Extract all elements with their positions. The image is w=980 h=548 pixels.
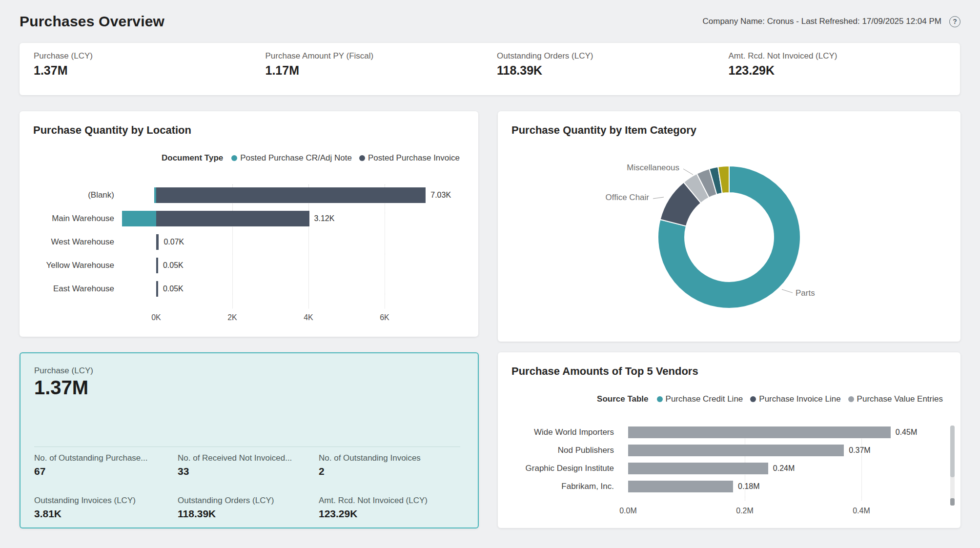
bar-value-label: 3.12K (314, 214, 335, 223)
company-refresh-info: Company Name: Cronus - Last Refreshed: 1… (703, 17, 942, 26)
bar-east-warehouse-posted-purchase-invoice[interactable] (156, 281, 158, 297)
scrollbar-thumb[interactable] (950, 426, 955, 477)
vendors-chart-card[interactable]: Purchase Amounts of Top 5 Vendors Source… (498, 352, 960, 528)
legend-dot-icon (657, 396, 663, 402)
summary-metrics: No. of Outstanding Purchase... 67 No. of… (34, 453, 466, 520)
metric-label: No. of Received Not Invoiced... (178, 453, 319, 463)
legend-dot-icon (848, 396, 854, 402)
bar-graphic-design-institute[interactable] (628, 463, 768, 474)
bar-value-label: 7.03K (430, 190, 451, 200)
bar-value-label: 0.07K (163, 237, 184, 247)
metric-outstanding-invoices-count: No. of Outstanding Invoices 2 (319, 453, 466, 477)
bar-fabrikam-inc[interactable] (628, 481, 733, 492)
gridline (232, 184, 233, 308)
category-label-fabrikam-inc: Fabrikam, Inc. (498, 481, 614, 492)
legend-item-purchase-credit-line[interactable]: Purchase Credit Line (657, 394, 743, 404)
chart-title: Purchase Amounts of Top 5 Vendors (511, 365, 698, 378)
bar-main-warehouse-posted-purchase-cr-adj-note[interactable] (122, 211, 156, 226)
location-legend: Document Type Posted Purchase CR/Adj Not… (162, 153, 460, 163)
x-axis-tick-label: 0.2M (731, 507, 758, 515)
category-label-west-warehouse: West Warehouse (20, 237, 114, 247)
legend-item-purchase-invoice-line[interactable]: Purchase Invoice Line (750, 394, 840, 404)
bar-yellow-warehouse-posted-purchase-invoice[interactable] (156, 258, 158, 273)
legend-item-posted-purchase-cr-adj-note[interactable]: Posted Purchase CR/Adj Note (231, 153, 352, 163)
kpi-value: 1.37M (34, 63, 265, 78)
category-donut (498, 111, 960, 342)
kpi-purchase-amount-py[interactable]: Purchase Amount PY (Fiscal) 1.17M (265, 51, 497, 95)
bar-value-label: 0.05K (163, 261, 184, 270)
kpi-value: 123.29K (729, 63, 960, 78)
bar-west-warehouse-posted-purchase-invoice[interactable] (156, 234, 159, 250)
metric-value: 2 (319, 466, 466, 477)
metric-value: 118.39K (178, 508, 319, 520)
x-axis-tick-label: 0.0M (614, 507, 642, 515)
legend-dot-icon (750, 396, 756, 402)
x-axis-tick-label: 0K (143, 313, 170, 322)
gridline (308, 184, 309, 308)
kpi-amt-rcd-not-invoiced[interactable]: Amt. Rcd. Not Invoiced (LCY) 123.29K (729, 51, 960, 95)
location-chart-card[interactable]: Purchase Quantity by Location Document T… (20, 111, 478, 337)
bar-value-label: 0.37M (849, 446, 870, 455)
bar-main-warehouse-posted-purchase-invoice[interactable] (156, 211, 309, 226)
bar-value-label: 0.05K (163, 284, 184, 294)
legend-item-label: Purchase Value Entries (857, 394, 943, 404)
metric-amt-rcd-not-invoiced-lcy: Amt. Rcd. Not Invoiced (LCY) 123.29K (319, 496, 466, 520)
donut-label-office-chair: Office Chair (586, 193, 649, 203)
bar-value-label: 0.24M (773, 464, 795, 473)
metric-value: 3.81K (34, 508, 178, 520)
legend-dot-icon (231, 155, 237, 161)
page-title: Purchases Overview (20, 13, 164, 30)
metric-outstanding-purchase-orders: No. of Outstanding Purchase... 67 (34, 453, 178, 477)
kpi-label: Outstanding Orders (LCY) (497, 51, 729, 61)
help-icon[interactable]: ? (949, 16, 960, 27)
category-label-nod-publishers: Nod Publishers (498, 445, 614, 456)
kpi-value: 1.17M (265, 63, 497, 78)
header-right: Company Name: Cronus - Last Refreshed: 1… (703, 16, 961, 27)
metric-value: 33 (178, 466, 319, 477)
legend-title: Source Table (597, 394, 649, 404)
vendors-scrollbar[interactable] (950, 426, 955, 506)
bar-wide-world-importers[interactable] (628, 426, 891, 438)
donut-label-parts: Parts (796, 288, 854, 298)
legend-item-label: Posted Purchase CR/Adj Note (240, 153, 352, 163)
legend-title: Document Type (162, 153, 223, 163)
metric-outstanding-invoices-lcy: Outstanding Invoices (LCY) 3.81K (34, 496, 178, 520)
category-label-wide-world-importers: Wide World Importers (498, 427, 614, 438)
category-donut-card[interactable]: Purchase Quantity by Item Category Misce… (498, 111, 960, 342)
metric-label: Amt. Rcd. Not Invoiced (LCY) (319, 496, 466, 506)
metric-label: Outstanding Invoices (LCY) (34, 496, 178, 506)
bar-blank-posted-purchase-invoice[interactable] (156, 187, 426, 203)
kpi-strip: Purchase (LCY) 1.37M Purchase Amount PY … (20, 43, 960, 95)
kpi-label: Purchase (LCY) (34, 51, 265, 61)
donut-callout-line (653, 197, 664, 199)
bar-value-label: 0.18M (738, 482, 759, 491)
kpi-outstanding-orders[interactable]: Outstanding Orders (LCY) 118.39K (497, 51, 729, 95)
kpi-purchase-lcy[interactable]: Purchase (LCY) 1.37M (34, 51, 265, 95)
donut-callout-line (683, 169, 693, 175)
x-axis-tick-label: 0.4M (848, 507, 875, 515)
summary-card-label: Purchase (LCY) (34, 366, 93, 376)
legend-item-purchase-value-entries[interactable]: Purchase Value Entries (848, 394, 943, 404)
report-header: Purchases Overview Company Name: Cronus … (20, 8, 960, 35)
x-axis-tick-label: 2K (219, 313, 246, 322)
bar-value-label: 0.45M (896, 427, 917, 437)
metric-label: No. of Outstanding Invoices (319, 453, 466, 463)
category-label-graphic-design-institute: Graphic Design Institute (498, 463, 614, 474)
category-label-east-warehouse: East Warehouse (20, 284, 114, 294)
kpi-label: Purchase Amount PY (Fiscal) (265, 51, 497, 61)
metric-label: Outstanding Orders (LCY) (178, 496, 319, 506)
summary-card-value: 1.37M (34, 377, 88, 399)
purchase-summary-card[interactable]: Purchase (LCY) 1.37M No. of Outstanding … (20, 352, 479, 528)
chart-title: Purchase Quantity by Location (33, 124, 191, 137)
bar-nod-publishers[interactable] (628, 445, 844, 456)
scrollbar-end (950, 498, 955, 506)
legend-item-posted-purchase-invoice[interactable]: Posted Purchase Invoice (359, 153, 460, 163)
legend-item-label: Purchase Invoice Line (759, 394, 840, 404)
x-axis-tick-label: 4K (295, 313, 322, 322)
divider (34, 447, 460, 447)
vendors-legend: Source Table Purchase Credit LinePurchas… (597, 394, 943, 404)
legend-dot-icon (359, 155, 365, 161)
category-label-yellow-warehouse: Yellow Warehouse (20, 260, 114, 271)
donut-label-miscellaneous: Miscellaneous (606, 163, 679, 173)
metric-received-not-invoiced: No. of Received Not Invoiced... 33 (178, 453, 319, 477)
